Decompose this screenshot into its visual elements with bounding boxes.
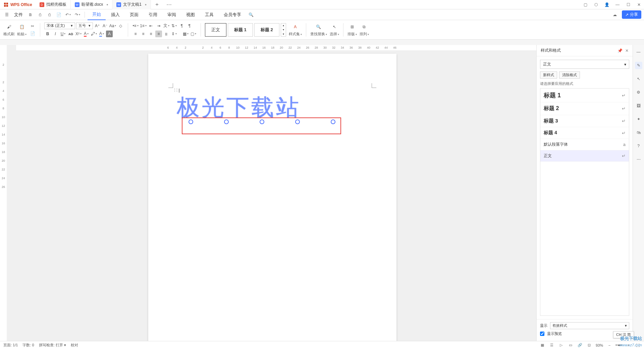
- format-brush-group[interactable]: 🖌 格式刷: [3, 23, 14, 37]
- style-item[interactable]: 标题 4↵: [540, 127, 629, 139]
- find-replace-group[interactable]: 🔍 查找替换: [310, 23, 327, 37]
- view-read-icon[interactable]: ▭: [568, 342, 574, 348]
- style-item[interactable]: 标题 2↵: [540, 102, 629, 115]
- user-avatar-icon[interactable]: 👤: [602, 0, 612, 9]
- highlight-icon[interactable]: 🖍: [91, 31, 97, 37]
- show-select[interactable]: 有效样式▾: [550, 322, 629, 329]
- style-scroll[interactable]: ▴▾▾: [281, 23, 286, 37]
- text-direction-icon[interactable]: 文: [163, 22, 170, 29]
- number-list-icon[interactable]: 1≡: [140, 22, 147, 29]
- spellcheck-status[interactable]: 拼写检查: 打开 ▾: [39, 343, 66, 348]
- style-item[interactable]: 默认段落字体a: [540, 139, 629, 150]
- style-item[interactable]: 正文↵: [540, 150, 629, 162]
- cloud-icon[interactable]: ☁: [611, 11, 619, 18]
- border-icon[interactable]: ▢: [190, 31, 197, 37]
- hamburger-icon[interactable]: ☰: [3, 11, 11, 19]
- menu-tab-view[interactable]: 视图: [181, 10, 200, 20]
- close-panel-icon[interactable]: ✕: [625, 48, 629, 53]
- increase-indent-icon[interactable]: ⇥: [155, 22, 162, 29]
- horizontal-ruler[interactable]: 6422468101214161820222426283032343638404…: [16, 45, 536, 50]
- style-h1[interactable]: 标题 1: [228, 23, 253, 37]
- tab-doc1[interactable]: W 盼望着.docx •: [71, 0, 113, 9]
- pencil-tool-icon[interactable]: ✎: [635, 62, 642, 69]
- export-icon[interactable]: ⎙: [36, 11, 44, 18]
- decrease-font-icon[interactable]: A⁻: [102, 22, 108, 29]
- menu-tab-insert[interactable]: 插入: [106, 10, 124, 20]
- menu-tab-review[interactable]: 审阅: [163, 10, 181, 20]
- new-style-button[interactable]: 新样式: [540, 71, 557, 79]
- align-right-icon[interactable]: ≡: [148, 31, 154, 37]
- view-web-icon[interactable]: ▷: [558, 342, 564, 348]
- align-left-icon[interactable]: ≡: [132, 31, 139, 37]
- image-tool-icon[interactable]: 🖼: [635, 102, 642, 109]
- zoom-fit-icon[interactable]: ⊡: [586, 342, 592, 348]
- preview-checkbox[interactable]: [540, 332, 544, 336]
- redo-button[interactable]: ↷: [74, 11, 81, 18]
- character-shading-icon[interactable]: A: [106, 31, 113, 37]
- bold-icon[interactable]: B: [44, 31, 51, 37]
- save-icon[interactable]: 🗎: [27, 11, 34, 18]
- menu-tab-tools[interactable]: 工具: [200, 10, 218, 20]
- document-scroll[interactable]: 6422468101214161820222426283032343638404…: [0, 45, 536, 341]
- package-icon[interactable]: ⬡: [591, 0, 601, 9]
- view-outline-icon[interactable]: ☰: [549, 342, 555, 348]
- font-size-select[interactable]: 五号▾: [76, 22, 93, 29]
- font-name-select[interactable]: 宋体 (正文)▾: [44, 22, 75, 29]
- menu-tab-member[interactable]: 会员专享: [219, 10, 246, 20]
- style-body[interactable]: 正文: [205, 23, 226, 37]
- copy-icon[interactable]: 📄: [29, 30, 36, 37]
- view-page-icon[interactable]: ▦: [539, 342, 545, 348]
- arrange-group[interactable]: ⧉ 排列: [360, 23, 369, 37]
- increase-font-icon[interactable]: A⁺: [94, 22, 101, 29]
- align-justify-icon[interactable]: ≡: [155, 31, 162, 37]
- align-center-icon[interactable]: ≡: [140, 31, 147, 37]
- font-color-icon[interactable]: A: [83, 31, 90, 37]
- clear-format-button[interactable]: 清除格式: [559, 71, 580, 79]
- close-button[interactable]: ✕: [634, 0, 644, 9]
- shading-icon[interactable]: ▦: [182, 31, 189, 37]
- document-page[interactable]: ⸬| 极光下载站: [148, 54, 396, 341]
- menu-tab-start[interactable]: 开始: [88, 9, 106, 20]
- clear-format-icon[interactable]: ◇: [117, 22, 124, 29]
- change-case-icon[interactable]: Aa: [109, 22, 116, 29]
- underline-icon[interactable]: U: [60, 31, 66, 37]
- layout-group[interactable]: ⊞ 排版: [347, 23, 357, 37]
- share-button[interactable]: ↗ 分享: [622, 10, 641, 19]
- sort-icon[interactable]: ⇅: [171, 22, 177, 29]
- proofread-status[interactable]: 校对: [71, 343, 78, 348]
- tab-menu-button[interactable]: ⋯: [163, 1, 175, 8]
- select-group[interactable]: ↖ 选择: [330, 23, 339, 37]
- distribute-icon[interactable]: ⫼: [163, 31, 170, 37]
- style-item[interactable]: 标题 3↵: [540, 115, 629, 127]
- style-set-group[interactable]: A 样式集: [289, 23, 302, 37]
- zoom-level[interactable]: 93%: [596, 343, 603, 347]
- print-preview-icon[interactable]: 📄: [55, 11, 62, 18]
- menu-tab-page[interactable]: 页面: [125, 10, 143, 20]
- style-h2[interactable]: 标题 2: [254, 23, 279, 37]
- minimize-button[interactable]: —: [612, 0, 623, 9]
- line-spacing-icon[interactable]: ⇕: [171, 31, 177, 37]
- pin-icon[interactable]: 📌: [618, 48, 623, 53]
- effects-tool-icon[interactable]: ✦: [635, 115, 642, 123]
- zoom-out-icon[interactable]: −: [606, 342, 612, 348]
- tab-templates[interactable]: D 找稻壳模板: [36, 0, 71, 9]
- style-item[interactable]: 标题 1↵: [540, 89, 629, 102]
- italic-icon[interactable]: I: [52, 31, 59, 37]
- search-icon[interactable]: 🔍: [247, 11, 255, 18]
- more-icon[interactable]: ⋯: [635, 156, 642, 163]
- view-tools-icon[interactable]: 🔗: [577, 342, 583, 348]
- help-icon[interactable]: ?: [635, 142, 642, 150]
- print-icon[interactable]: ⎙: [46, 11, 53, 18]
- tab-doc2[interactable]: W 文字文稿1 •: [112, 0, 151, 9]
- shopping-tool-icon[interactable]: 🛍: [635, 129, 642, 136]
- cut-icon[interactable]: ✂: [29, 23, 36, 30]
- decrease-indent-icon[interactable]: ⇤: [148, 22, 154, 29]
- reader-mode-icon[interactable]: ▢: [580, 0, 590, 9]
- collapse-strip-icon[interactable]: —: [635, 48, 642, 56]
- word-count[interactable]: 字数: 0: [22, 343, 34, 348]
- paragraph-icon[interactable]: ¶: [186, 22, 193, 29]
- strikethrough-icon[interactable]: ᴀʙ: [67, 31, 74, 37]
- page-indicator[interactable]: 页面: 1/1: [3, 343, 18, 348]
- paste-group[interactable]: 📋 粘贴: [17, 23, 26, 37]
- superscript-icon[interactable]: X²: [75, 31, 82, 37]
